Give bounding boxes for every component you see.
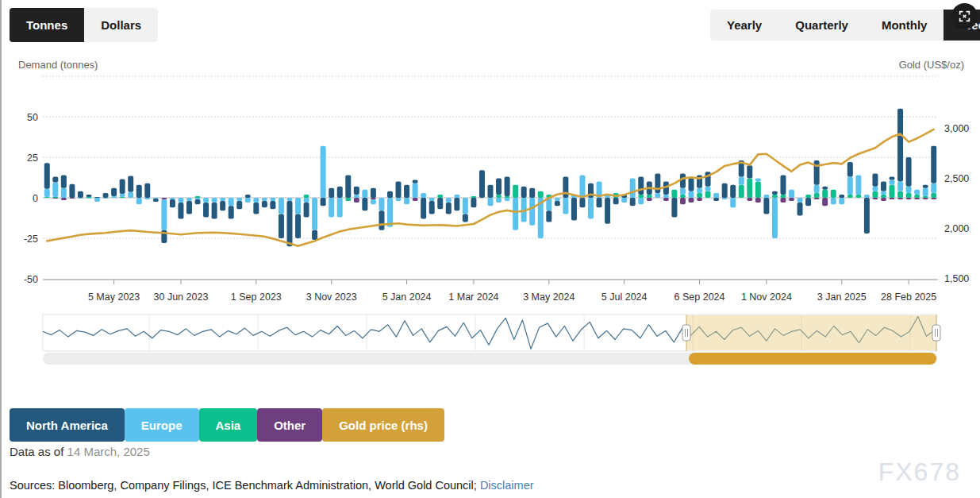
legend-gold-price-rhs[interactable]: Gold price (rhs) — [322, 408, 444, 442]
svg-text:2,500: 2,500 — [944, 173, 969, 184]
legend-north-america[interactable]: North America — [10, 408, 125, 442]
svg-text:25: 25 — [27, 152, 38, 164]
svg-text:-25: -25 — [24, 234, 38, 245]
navigator-scrollbar-track[interactable] — [43, 353, 938, 365]
svg-text:28 Feb 2025: 28 Feb 2025 — [881, 291, 936, 303]
fullscreen-button[interactable] — [951, 3, 978, 29]
legend-other[interactable]: Other — [257, 408, 322, 442]
svg-text:6 Sep 2024: 6 Sep 2024 — [674, 291, 725, 303]
svg-text:-50: -50 — [24, 274, 38, 285]
svg-text:3,000: 3,000 — [944, 123, 969, 134]
data-as-of-date: 14 March, 2025 — [67, 445, 150, 458]
svg-text:50: 50 — [27, 112, 38, 123]
data-as-of-prefix: Data as of — [10, 445, 67, 458]
svg-text:3 Nov 2023: 3 Nov 2023 — [306, 291, 357, 303]
sources-line: Sources: Bloomberg, Company Filings, ICE… — [10, 479, 534, 492]
svg-text:5 Jan 2024: 5 Jan 2024 — [382, 291, 432, 303]
svg-text:2,000: 2,000 — [944, 223, 969, 234]
legend-europe[interactable]: Europe — [125, 408, 199, 442]
disclaimer-link[interactable]: Disclaimer — [480, 479, 534, 492]
svg-text:3 May 2024: 3 May 2024 — [523, 291, 575, 303]
navigator-scrollbar-thumb[interactable] — [689, 353, 936, 365]
svg-text:1 Mar 2024: 1 Mar 2024 — [448, 291, 498, 303]
navigator-handle-right[interactable] — [932, 325, 940, 341]
gold-etf-chart-widget: TonnesDollars YearlyQuarterlyMonthlyWeek… — [0, 0, 980, 498]
legend-row: North AmericaEuropeAsiaOtherGold price (… — [10, 408, 444, 442]
svg-text:30 Jun 2023: 30 Jun 2023 — [154, 291, 209, 303]
svg-text:5 Jul 2024: 5 Jul 2024 — [601, 291, 648, 303]
svg-text:1 Nov 2024: 1 Nov 2024 — [741, 291, 792, 303]
navigator-handle-left[interactable] — [682, 325, 690, 341]
svg-text:5 May 2023: 5 May 2023 — [88, 291, 140, 303]
expand-icon — [958, 10, 971, 23]
data-as-of: Data as of 14 March, 2025 — [10, 445, 150, 458]
legend-asia[interactable]: Asia — [199, 408, 258, 442]
svg-text:0: 0 — [33, 193, 38, 204]
svg-text:3 Jan 2025: 3 Jan 2025 — [817, 291, 867, 303]
svg-text:1,500: 1,500 — [944, 273, 969, 284]
sources-text: Sources: Bloomberg, Company Filings, ICE… — [10, 479, 480, 492]
svg-text:1 Sep 2023: 1 Sep 2023 — [231, 291, 282, 303]
watermark: FX678 — [878, 457, 961, 487]
